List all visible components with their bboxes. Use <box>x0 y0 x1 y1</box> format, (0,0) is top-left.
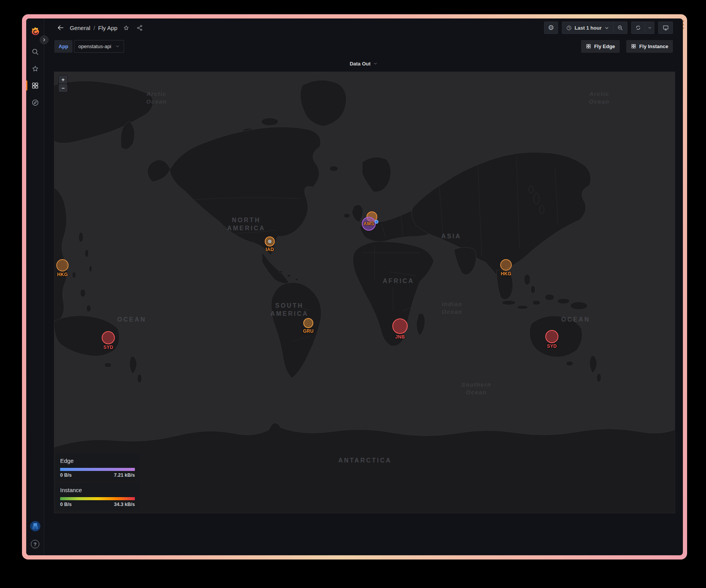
refresh-interval-dropdown[interactable] <box>645 22 654 34</box>
monitor-icon <box>662 25 669 31</box>
legend-gradient-bar <box>60 468 135 471</box>
chevron-down-icon <box>647 25 652 30</box>
sidebar: ? <box>26 18 44 555</box>
compass-icon <box>31 99 39 107</box>
help-glyph: ? <box>34 541 37 547</box>
sidebar-item-dashboards[interactable] <box>26 77 44 94</box>
star-icon <box>123 25 129 31</box>
variable-label[interactable]: App <box>54 40 72 53</box>
map-marker-iad[interactable] <box>265 236 275 246</box>
chevron-down-icon <box>115 44 120 49</box>
star-icon <box>31 65 39 73</box>
gear-icon: ⚙ <box>548 24 554 31</box>
legend-max: 34.3 kB/s <box>114 502 135 507</box>
map-markers-layer: HKGIADAMSGRUJNBSYDSYDHKG <box>54 72 675 513</box>
legend-edge: Edge 0 B/s 7.21 kB/s <box>55 454 140 481</box>
map-marker-hkg[interactable] <box>500 259 512 271</box>
map-marker-jnb[interactable] <box>392 318 408 334</box>
map-legend: Edge 0 B/s 7.21 kB/s Instance <box>55 454 140 511</box>
avatar-image <box>30 521 40 531</box>
legend-min: 0 B/s <box>60 502 72 507</box>
dashboard-content: Data Out <box>44 55 683 555</box>
geomap-panel: Data Out <box>44 55 683 513</box>
map-marker[interactable] <box>375 220 378 224</box>
help-button[interactable]: ? <box>31 540 39 548</box>
panel-header[interactable]: Data Out <box>44 55 683 72</box>
grafana-window: ? General / Fly App <box>26 18 683 555</box>
legend-min: 0 B/s <box>60 472 72 478</box>
dashboard-link-fly-instance[interactable]: Fly Instance <box>626 40 673 53</box>
kiosk-mode-button[interactable] <box>658 22 673 34</box>
template-variable-app: App openstatus-api <box>54 40 124 53</box>
sidebar-item-starred[interactable] <box>26 60 44 77</box>
refresh-icon <box>635 25 641 31</box>
legend-title: Edge <box>60 457 135 464</box>
arrow-left-icon <box>57 24 64 32</box>
refresh-button[interactable] <box>631 22 645 34</box>
user-avatar[interactable] <box>30 521 40 531</box>
map-marker-syd[interactable] <box>102 331 115 344</box>
legend-gradient-bar <box>60 497 135 500</box>
map-marker-label: IAD <box>266 247 274 252</box>
legend-instance: Instance 0 B/s 34.3 kB/s <box>55 483 140 511</box>
dashboard-link-label: Fly Edge <box>594 44 615 49</box>
refresh-controls <box>631 22 654 34</box>
time-range-picker[interactable]: Last 1 hour <box>562 22 614 34</box>
grafana-flame-icon <box>30 27 40 37</box>
chevron-down-icon <box>373 61 378 66</box>
share-dashboard-button[interactable] <box>135 23 145 33</box>
back-button[interactable] <box>55 22 66 33</box>
instance-dot <box>268 240 272 243</box>
apps-grid-icon <box>586 44 591 49</box>
map-marker-label: HKG <box>57 272 68 277</box>
screenshot-canvas: { "header": { "breadcrumb": { "folder": … <box>0 0 706 588</box>
sidebar-item-search[interactable] <box>26 43 44 60</box>
main-area: General / Fly App <box>44 18 683 555</box>
map-marker-label: GRU <box>303 328 314 334</box>
map-marker-syd[interactable] <box>545 330 558 343</box>
apps-grid-icon <box>631 44 636 49</box>
magnifier-minus-icon <box>617 25 624 31</box>
chevron-down-icon <box>604 25 609 30</box>
apps-grid-icon <box>31 82 39 89</box>
time-controls: Last 1 hour <box>562 22 627 34</box>
dashboard-links: Fly Edge Fly Instance <box>581 40 673 53</box>
map-marker-label: SYD <box>547 343 557 349</box>
chevron-right-icon <box>42 38 46 42</box>
clock-icon <box>566 25 572 31</box>
dashboard-settings-button[interactable]: ⚙ <box>544 22 558 34</box>
share-icon <box>136 25 143 31</box>
breadcrumb-folder[interactable]: General <box>70 25 90 31</box>
map-marker-label: HKG <box>501 271 511 276</box>
map-zoom-in-button[interactable]: + <box>59 75 67 84</box>
map-marker-hkg[interactable] <box>56 259 69 271</box>
star-dashboard-button[interactable] <box>121 23 131 33</box>
map-marker-gru[interactable] <box>303 318 313 328</box>
dashboard-link-fly-edge[interactable]: Fly Edge <box>581 40 620 53</box>
topnav-actions: ⚙ Last 1 hour <box>544 22 673 34</box>
breadcrumb-separator: / <box>93 25 95 31</box>
variable-value-dropdown[interactable]: openstatus-api <box>74 40 124 53</box>
map-marker-label: AMS <box>363 221 374 226</box>
variable-value-text: openstatus-api <box>78 44 111 49</box>
map-marker-label: SYD <box>103 345 113 350</box>
breadcrumb: General / Fly App <box>70 25 118 31</box>
search-icon <box>31 48 39 56</box>
breadcrumb-dashboard-title[interactable]: Fly App <box>98 25 118 31</box>
world-map[interactable]: ArcticOceanArcticOceanNORTHAMERICAASIAAF… <box>54 72 675 513</box>
legend-title: Instance <box>60 487 135 493</box>
top-navigation: General / Fly App <box>44 18 683 37</box>
map-marker-label: JNB <box>395 334 405 340</box>
sidebar-item-explore[interactable] <box>26 94 44 111</box>
zoom-out-time-button[interactable] <box>614 22 627 34</box>
window-frame: ? General / Fly App <box>22 14 687 560</box>
map-zoom-controls: + − <box>58 75 68 92</box>
map-zoom-out-button[interactable]: − <box>59 84 67 92</box>
panel-title: Data Out <box>350 61 370 67</box>
sidebar-expand-button[interactable] <box>40 35 49 44</box>
dashboard-subnav: App openstatus-api Fly Edge Fly Instance <box>44 37 683 55</box>
legend-max: 7.21 kB/s <box>114 472 135 478</box>
time-range-label: Last 1 hour <box>575 25 602 31</box>
dashboard-link-label: Fly Instance <box>639 44 668 49</box>
